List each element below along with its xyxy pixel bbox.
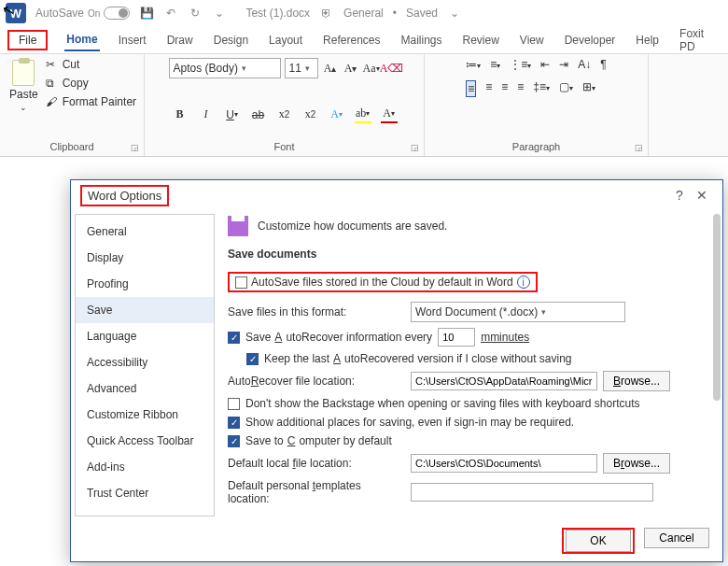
tab-foxit[interactable]: Foxit PD xyxy=(678,23,721,57)
bullets-button[interactable]: ≔▾ xyxy=(466,58,481,71)
font-color-button[interactable]: A▾ xyxy=(381,106,398,123)
borders-button[interactable]: ⊞▾ xyxy=(582,80,595,97)
font-size-combo[interactable]: 11▾ xyxy=(285,58,318,78)
change-case-button[interactable]: Aa▾ xyxy=(363,60,380,77)
clipboard-launcher-icon[interactable]: ◲ xyxy=(131,143,142,154)
underline-button[interactable]: U▾ xyxy=(224,106,241,123)
nav-customize-ribbon[interactable]: Customize Ribbon xyxy=(76,402,214,428)
chevron-down-icon[interactable]: ⌄ xyxy=(447,6,462,21)
template-location-input[interactable] xyxy=(411,483,653,502)
save-format-label: Save files in this format: xyxy=(228,305,405,318)
close-button[interactable]: ✕ xyxy=(691,184,713,206)
align-left-button[interactable]: ≡ xyxy=(466,80,476,97)
toggle-pill-icon xyxy=(104,7,130,20)
tab-insert[interactable]: Insert xyxy=(117,30,148,50)
shield-icon: ⛨ xyxy=(319,6,334,21)
document-name: Test (1).docx xyxy=(245,7,310,20)
shading-button[interactable]: ▢▾ xyxy=(559,80,573,97)
backstage-label: Don't show the Backstage when opening or… xyxy=(245,397,640,410)
multilevel-button[interactable]: ⋮≡▾ xyxy=(510,58,531,71)
highlight-button[interactable]: ab▾ xyxy=(355,106,371,123)
show-places-label: Show additional places for saving, even … xyxy=(245,416,574,429)
scissors-icon: ✂ xyxy=(46,58,59,71)
save-computer-checkbox[interactable]: ✓ xyxy=(228,435,240,447)
line-spacing-button[interactable]: ‡≡▾ xyxy=(533,80,550,97)
clear-format-button[interactable]: A⌫ xyxy=(384,60,400,77)
tab-mailings[interactable]: Mailings xyxy=(399,30,443,50)
italic-button[interactable]: I xyxy=(198,106,215,123)
subscript-button[interactable]: x2 xyxy=(276,106,293,123)
dialog-footer: OK Cancel xyxy=(71,520,722,561)
dialog-title: Word Options xyxy=(80,185,169,206)
font-launcher-icon[interactable]: ◲ xyxy=(411,143,422,154)
superscript-button[interactable]: x2 xyxy=(302,106,319,123)
redo-icon[interactable]: ↻ xyxy=(188,6,203,21)
paragraph-launcher-icon[interactable]: ◲ xyxy=(635,143,646,154)
autosave-cloud-checkbox[interactable] xyxy=(235,276,247,289)
show-places-checkbox[interactable]: ✓ xyxy=(228,417,240,429)
decrease-indent-button[interactable]: ⇤ xyxy=(540,58,550,71)
browse-local-button[interactable]: Browse... xyxy=(603,453,670,474)
font-name-combo[interactable]: Aptos (Body)▾ xyxy=(169,58,281,78)
backstage-checkbox[interactable] xyxy=(228,398,240,410)
copy-button[interactable]: ⧉Copy xyxy=(46,77,136,90)
tab-developer[interactable]: Developer xyxy=(563,30,618,50)
sort-button[interactable]: A↓ xyxy=(578,58,591,71)
nav-display[interactable]: Display xyxy=(76,245,214,271)
scrollbar[interactable] xyxy=(713,214,721,401)
increase-indent-button[interactable]: ⇥ xyxy=(559,58,568,71)
tab-file[interactable]: File xyxy=(7,30,48,50)
autorecover-minutes-input[interactable] xyxy=(438,328,475,347)
cut-button[interactable]: ✂Cut xyxy=(46,58,136,71)
autorecover-checkbox[interactable]: ✓ xyxy=(228,332,240,344)
cancel-button[interactable]: Cancel xyxy=(644,528,709,548)
save-icon[interactable]: 💾 xyxy=(139,6,154,21)
keep-last-checkbox[interactable]: ✓ xyxy=(246,353,259,365)
align-center-button[interactable]: ≡ xyxy=(485,80,492,97)
local-location-input[interactable] xyxy=(411,454,597,473)
help-button[interactable]: ? xyxy=(668,184,691,206)
tab-references[interactable]: References xyxy=(321,30,382,50)
info-icon[interactable]: i xyxy=(517,276,530,289)
tab-draw[interactable]: Draw xyxy=(165,30,195,50)
tab-review[interactable]: Review xyxy=(461,30,501,50)
align-right-button[interactable]: ≡ xyxy=(501,80,508,97)
tab-view[interactable]: View xyxy=(518,30,546,50)
section-heading: Customize how documents are saved. xyxy=(258,219,447,233)
nav-addins[interactable]: Add-ins xyxy=(76,454,214,480)
grow-font-button[interactable]: A▴ xyxy=(322,60,339,77)
options-content: Customize how documents are saved. Save … xyxy=(218,210,722,520)
tab-design[interactable]: Design xyxy=(212,30,250,50)
ok-button[interactable]: OK xyxy=(566,530,631,552)
strike-button[interactable]: ab xyxy=(250,106,267,123)
chevron-down-icon: ▾ xyxy=(242,64,246,73)
show-marks-button[interactable]: ¶ xyxy=(600,58,606,71)
browse-autorecover-button[interactable]: Browse... xyxy=(603,371,670,391)
text-effects-button[interactable]: A▾ xyxy=(329,106,345,123)
justify-button[interactable]: ≡ xyxy=(517,80,524,97)
nav-advanced[interactable]: Advanced xyxy=(76,375,214,402)
nav-save[interactable]: Save xyxy=(76,297,214,323)
numbering-button[interactable]: ≡▾ xyxy=(490,58,500,71)
nav-qat[interactable]: Quick Access Toolbar xyxy=(76,428,214,454)
nav-proofing[interactable]: Proofing xyxy=(76,271,214,297)
tab-layout[interactable]: Layout xyxy=(267,30,304,50)
tab-home[interactable]: Home xyxy=(64,29,99,51)
nav-accessibility[interactable]: Accessibility xyxy=(76,349,214,375)
bold-button[interactable]: B xyxy=(172,106,189,123)
nav-language[interactable]: Language xyxy=(76,323,214,349)
paste-icon xyxy=(12,60,35,86)
format-painter-button[interactable]: 🖌Format Painter xyxy=(46,95,136,108)
chevron-down-icon[interactable]: ⌄ xyxy=(20,103,27,112)
paste-button[interactable]: Paste ⌄ xyxy=(7,58,40,114)
nav-trust-center[interactable]: Trust Center xyxy=(76,480,214,506)
shrink-font-button[interactable]: A▾ xyxy=(343,60,359,77)
autosave-toggle[interactable]: AutoSave On xyxy=(35,7,130,20)
tab-help[interactable]: Help xyxy=(634,30,661,50)
save-format-combo[interactable]: Word Document (*.docx)▾ xyxy=(411,302,625,322)
autorecover-location-input[interactable] xyxy=(411,372,597,390)
local-location-label: Default local file location: xyxy=(228,457,405,470)
nav-general[interactable]: General xyxy=(76,219,214,245)
undo-icon[interactable]: ↶ xyxy=(163,6,178,21)
qat-more-icon[interactable]: ⌄ xyxy=(212,6,227,21)
